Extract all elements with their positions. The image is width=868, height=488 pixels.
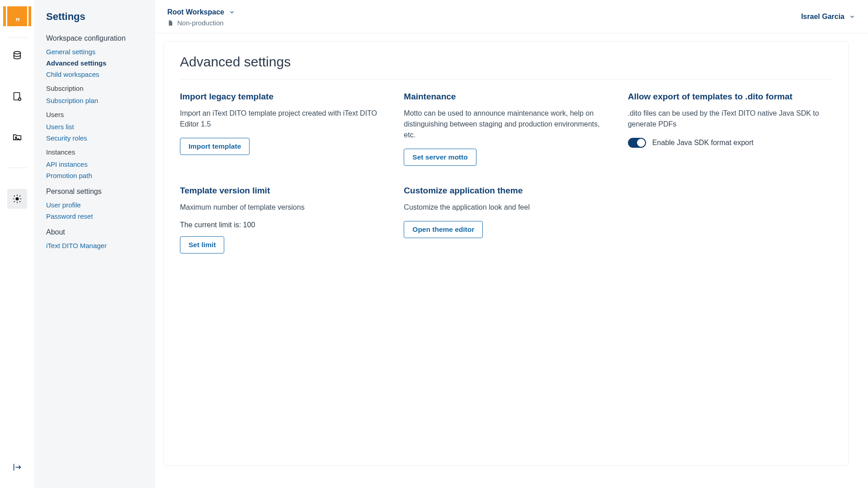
- workspace-selector[interactable]: Root Workspace: [167, 8, 235, 16]
- template-settings-icon[interactable]: [7, 86, 27, 106]
- workspace-name: Root Workspace: [167, 8, 224, 16]
- svg-point-0: [14, 52, 21, 54]
- section-maintenance: Maintenance Motto can be used to announc…: [404, 92, 608, 166]
- nav-link-general[interactable]: General settings: [46, 46, 145, 57]
- section-import-desc: Import an iText DITO template project cr…: [180, 108, 384, 130]
- document-icon: [167, 19, 174, 27]
- nav-link-users-list[interactable]: Users list: [46, 121, 145, 132]
- export-toggle-label: Enable Java SDK format export: [652, 139, 754, 147]
- section-theme-desc: Customize the application look and feel: [404, 202, 608, 213]
- main-area: Root Workspace Non-production Israel Gar…: [155, 0, 868, 488]
- nav-link-user-profile[interactable]: User profile: [46, 199, 145, 211]
- section-import-title: Import legacy template: [180, 92, 384, 102]
- folder-image-icon[interactable]: [7, 127, 27, 147]
- nav-group-personal: Personal settings: [46, 188, 145, 196]
- left-rail: „: [0, 0, 34, 488]
- version-limit-current: The current limit is: 100: [180, 221, 384, 229]
- chevron-down-icon: [849, 14, 855, 20]
- svg-point-4: [16, 197, 19, 200]
- section-export-desc: .dito files can be used by the iText DIT…: [628, 108, 832, 130]
- section-import: Import legacy template Import an iText D…: [180, 92, 384, 166]
- database-icon[interactable]: [7, 46, 27, 66]
- environment-label: Non-production: [167, 19, 235, 27]
- nav-sub-users: Users: [46, 111, 145, 118]
- section-export: Allow export of templates to .dito forma…: [628, 92, 832, 166]
- nav-group-about: About: [46, 228, 145, 236]
- open-theme-editor-button[interactable]: Open theme editor: [404, 221, 483, 238]
- settings-icon[interactable]: [7, 189, 27, 209]
- nav-link-child[interactable]: Child workspaces: [46, 69, 145, 80]
- settings-nav: Settings Workspace configuration General…: [34, 0, 155, 488]
- set-server-motto-button[interactable]: Set server motto: [404, 149, 476, 166]
- import-template-button[interactable]: Import template: [180, 138, 250, 155]
- nav-link-security-roles[interactable]: Security roles: [46, 132, 145, 144]
- nav-group-workspace: Workspace configuration: [46, 34, 145, 42]
- topbar: Root Workspace Non-production Israel Gar…: [155, 0, 868, 33]
- nav-title: Settings: [46, 11, 145, 23]
- nav-link-advanced[interactable]: Advanced settings: [46, 57, 145, 69]
- page-title: Advanced settings: [180, 54, 832, 70]
- export-toggle[interactable]: [628, 138, 646, 148]
- nav-sub-instances: Instances: [46, 148, 145, 156]
- nav-link-subscription-plan[interactable]: Subscription plan: [46, 95, 145, 106]
- section-maintenance-title: Maintenance: [404, 92, 608, 102]
- nav-sub-subscription: Subscription: [46, 84, 145, 92]
- section-maintenance-desc: Motto can be used to announce maintenanc…: [404, 108, 608, 141]
- content-card: Advanced settings Import legacy template…: [164, 42, 848, 465]
- section-theme: Customize application theme Customize th…: [404, 186, 608, 253]
- nav-link-password-reset[interactable]: Password reset: [46, 211, 145, 222]
- section-version-limit-title: Template version limit: [180, 186, 384, 196]
- user-menu[interactable]: Israel Garcia: [801, 8, 855, 21]
- nav-link-about[interactable]: iText DITO Manager: [46, 240, 145, 251]
- section-export-title: Allow export of templates to .dito forma…: [628, 92, 832, 102]
- app-logo[interactable]: „: [7, 6, 27, 26]
- set-limit-button[interactable]: Set limit: [180, 236, 224, 253]
- section-theme-title: Customize application theme: [404, 186, 608, 196]
- user-name: Israel Garcia: [801, 13, 844, 21]
- chevron-down-icon: [229, 9, 235, 15]
- section-version-limit-desc: Maximum number of template versions: [180, 202, 384, 213]
- nav-link-api-instances[interactable]: API instances: [46, 159, 145, 170]
- nav-link-promotion-path[interactable]: Promotion path: [46, 170, 145, 181]
- logout-icon[interactable]: [7, 457, 27, 477]
- section-version-limit: Template version limit Maximum number of…: [180, 186, 384, 253]
